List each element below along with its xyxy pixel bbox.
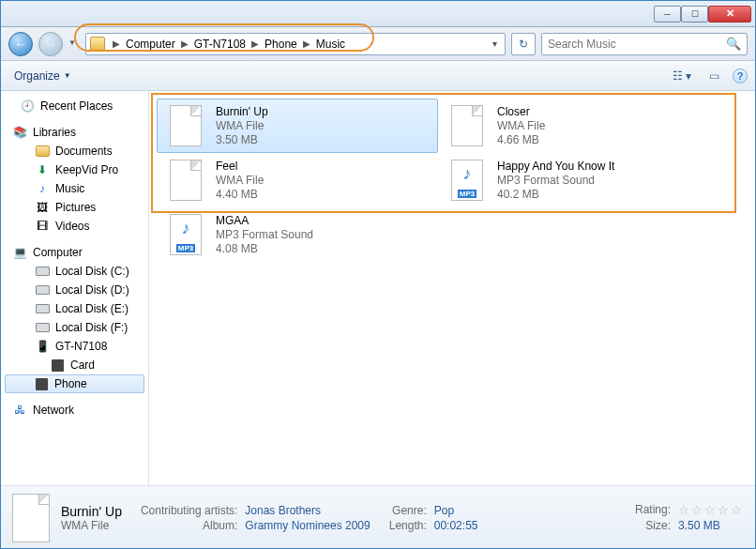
file-name: MGAA bbox=[216, 214, 313, 228]
file-item[interactable]: FeelWMA File4.40 MB bbox=[157, 153, 438, 207]
file-name: Closer bbox=[497, 105, 545, 119]
back-button[interactable]: ← bbox=[8, 32, 33, 56]
sidebar-item-recent[interactable]: 🕘Recent Places bbox=[1, 97, 148, 115]
file-size: 4.66 MB bbox=[497, 133, 545, 147]
generic-file-icon bbox=[163, 103, 208, 148]
search-box[interactable]: 🔍 bbox=[541, 33, 748, 55]
sidebar-item-libraries[interactable]: 📚Libraries bbox=[1, 123, 148, 142]
file-size: 3.50 MB bbox=[216, 133, 268, 147]
sidebar-item-music[interactable]: ♪Music bbox=[1, 179, 148, 198]
file-name: Happy And You Know It bbox=[497, 160, 614, 174]
file-type: MP3 Format Sound bbox=[497, 174, 614, 188]
forward-button[interactable]: → bbox=[38, 32, 63, 56]
file-item[interactable]: CloserWMA File4.66 MB bbox=[438, 99, 719, 153]
breadcrumb-computer[interactable]: Computer bbox=[124, 38, 177, 51]
sidebar-item-card[interactable]: Card bbox=[1, 356, 148, 374]
sidebar-item-computer[interactable]: 💻Computer bbox=[1, 243, 148, 262]
breadcrumb-music[interactable]: Music bbox=[314, 38, 347, 51]
search-icon: 🔍 bbox=[726, 37, 741, 51]
sidebar-item-disk-f[interactable]: Local Disk (F:) bbox=[1, 318, 148, 337]
close-button[interactable]: ✕ bbox=[708, 6, 751, 23]
file-size: 4.40 MB bbox=[216, 188, 264, 202]
mp3-file-icon: ♪MP3 bbox=[445, 158, 490, 203]
title-bar: ─ ☐ ✕ bbox=[1, 1, 755, 27]
details-filename: Burnin' Up bbox=[61, 504, 122, 519]
generic-file-icon bbox=[445, 103, 490, 148]
command-bar: Organize▼ ☷ ▾ ▭ ? bbox=[1, 61, 755, 91]
file-size: 40.2 MB bbox=[497, 188, 614, 202]
details-length-label: Length: bbox=[389, 519, 427, 532]
details-size-label: Size: bbox=[635, 519, 671, 532]
file-item[interactable]: ♪MP3MGAAMP3 Format Sound4.08 MB bbox=[157, 207, 438, 262]
sidebar-item-keepvid[interactable]: ⬇KeepVid Pro bbox=[1, 160, 148, 179]
refresh-button[interactable]: ↻ bbox=[511, 33, 536, 55]
organize-menu[interactable]: Organize▼ bbox=[8, 67, 77, 85]
address-bar[interactable]: ▶ Computer ▶ GT-N7108 ▶ Phone ▶ Music ▾ bbox=[85, 33, 506, 55]
details-size: 3.50 MB bbox=[678, 519, 744, 532]
sidebar-item-phone[interactable]: Phone bbox=[5, 374, 144, 393]
sidebar-item-disk-c[interactable]: Local Disk (C:) bbox=[1, 262, 148, 281]
navigation-pane: 🕘Recent Places 📚Libraries Documents ⬇Kee… bbox=[1, 91, 149, 485]
sidebar-item-pictures[interactable]: 🖼Pictures bbox=[1, 198, 148, 217]
navigation-row: ← → ▼ ▶ Computer ▶ GT-N7108 ▶ Phone ▶ Mu… bbox=[1, 27, 755, 61]
details-album-label: Album: bbox=[141, 519, 237, 532]
folder-icon bbox=[90, 37, 105, 52]
file-type: WMA File bbox=[216, 174, 264, 188]
mp3-file-icon: ♪MP3 bbox=[163, 212, 208, 257]
sidebar-item-disk-d[interactable]: Local Disk (D:) bbox=[1, 281, 148, 299]
sidebar-item-network[interactable]: 🖧Network bbox=[1, 401, 148, 419]
sidebar-item-device[interactable]: 📱GT-N7108 bbox=[1, 337, 148, 356]
chevron-right-icon[interactable]: ▶ bbox=[248, 38, 263, 49]
preview-pane-button[interactable]: ▭ bbox=[701, 66, 727, 86]
search-input[interactable] bbox=[548, 38, 720, 51]
file-item[interactable]: ♪MP3Happy And You Know ItMP3 Format Soun… bbox=[438, 153, 719, 207]
maximize-button[interactable]: ☐ bbox=[681, 6, 708, 23]
details-genre[interactable]: Pop bbox=[434, 504, 478, 517]
details-pane: Burnin' Up WMA File Contributing artists… bbox=[1, 485, 755, 549]
file-name: Feel bbox=[216, 160, 264, 174]
details-filetype: WMA File bbox=[61, 519, 122, 532]
generic-file-icon bbox=[163, 158, 208, 203]
breadcrumb-phone[interactable]: Phone bbox=[263, 38, 299, 51]
details-album[interactable]: Grammy Nominees 2009 bbox=[245, 519, 370, 532]
details-rating-label: Rating: bbox=[635, 503, 671, 517]
sidebar-item-documents[interactable]: Documents bbox=[1, 142, 148, 160]
minimize-button[interactable]: ─ bbox=[654, 6, 681, 23]
details-thumbnail bbox=[12, 494, 50, 542]
details-rating[interactable]: ☆☆☆☆☆ bbox=[678, 503, 744, 517]
file-type: WMA File bbox=[216, 119, 268, 133]
address-dropdown-icon[interactable]: ▾ bbox=[489, 38, 501, 49]
file-type: MP3 Format Sound bbox=[216, 228, 313, 242]
breadcrumb-device[interactable]: GT-N7108 bbox=[192, 38, 248, 51]
details-genre-label: Genre: bbox=[389, 504, 427, 517]
view-options-button[interactable]: ☷ ▾ bbox=[669, 66, 695, 86]
file-name: Burnin' Up bbox=[216, 105, 268, 119]
details-artists[interactable]: Jonas Brothers bbox=[245, 504, 370, 517]
file-list: Burnin' UpWMA File3.50 MBCloserWMA File4… bbox=[149, 91, 755, 485]
chevron-right-icon[interactable]: ▶ bbox=[109, 38, 124, 49]
chevron-right-icon[interactable]: ▶ bbox=[177, 38, 192, 49]
details-length: 00:02:55 bbox=[434, 519, 478, 532]
help-button[interactable]: ? bbox=[733, 69, 748, 84]
chevron-right-icon[interactable]: ▶ bbox=[299, 38, 314, 49]
file-type: WMA File bbox=[497, 119, 545, 133]
file-item[interactable]: Burnin' UpWMA File3.50 MB bbox=[157, 99, 438, 153]
history-dropdown[interactable]: ▼ bbox=[68, 38, 80, 50]
details-artists-label: Contributing artists: bbox=[141, 504, 237, 517]
sidebar-item-videos[interactable]: 🎞Videos bbox=[1, 217, 148, 236]
file-size: 4.08 MB bbox=[216, 242, 313, 256]
sidebar-item-disk-e[interactable]: Local Disk (E:) bbox=[1, 299, 148, 318]
